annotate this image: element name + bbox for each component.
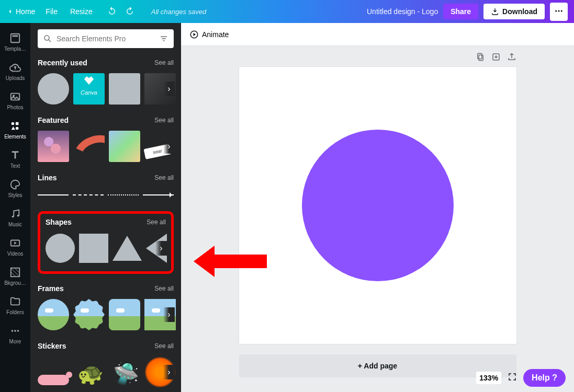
share-page-icon[interactable] xyxy=(507,52,516,62)
line-dotted[interactable] xyxy=(108,194,139,195)
ellipsis-icon xyxy=(554,6,564,16)
search-icon xyxy=(43,34,52,43)
section-title: Shapes xyxy=(46,218,72,226)
see-all-link[interactable]: See all xyxy=(147,218,166,226)
download-button[interactable]: Download xyxy=(483,4,545,19)
save-status: All changes saved xyxy=(151,8,207,16)
add-page-button[interactable]: + Add page xyxy=(239,354,516,377)
shape-square[interactable] xyxy=(79,234,108,263)
line-dashed[interactable] xyxy=(73,194,104,195)
zoom-level[interactable]: 133% xyxy=(476,372,501,384)
nav-templates[interactable]: Templa… xyxy=(0,27,30,56)
copy-page-icon[interactable] xyxy=(476,52,485,62)
background-icon xyxy=(9,267,21,278)
ellipsis-icon xyxy=(9,325,21,337)
design-page[interactable] xyxy=(239,67,516,344)
svg-point-0 xyxy=(555,10,557,11)
shape-circle[interactable] xyxy=(46,234,75,263)
canvas-toolbar: Animate xyxy=(181,23,574,46)
section-title: Recently used xyxy=(38,59,87,67)
see-all-link[interactable]: See all xyxy=(154,117,174,124)
duplicate-page-icon[interactable] xyxy=(491,52,501,62)
sticker-thumb[interactable] xyxy=(73,356,105,388)
nav-background[interactable]: Bkgrou… xyxy=(0,261,30,291)
fullscreen-icon xyxy=(508,372,517,382)
svg-point-16 xyxy=(17,330,19,332)
top-bar: Home File Resize All changes saved Untit… xyxy=(0,0,574,23)
nav-videos[interactable]: Videos xyxy=(0,232,30,261)
frame-thumb[interactable] xyxy=(73,299,105,330)
elements-panel: Recently usedSee all Canva › FeaturedSee… xyxy=(30,23,181,392)
photo-icon xyxy=(9,91,21,102)
element-thumb[interactable] xyxy=(73,131,105,162)
element-thumb[interactable]: Canva xyxy=(73,73,105,105)
element-thumb[interactable] xyxy=(38,73,69,105)
music-icon xyxy=(9,208,21,220)
document-title[interactable]: Untitled design - Logo xyxy=(367,7,438,16)
line-arrow[interactable] xyxy=(143,194,174,195)
sticker-thumb[interactable] xyxy=(109,356,140,388)
nav-rail: Templa… Uploads Photos Elements Text Sty… xyxy=(0,23,30,392)
home-button[interactable]: Home xyxy=(6,7,35,16)
element-thumb[interactable] xyxy=(109,73,140,105)
circle-element[interactable] xyxy=(302,130,454,281)
animate-button[interactable]: Animate xyxy=(189,30,229,39)
nav-music[interactable]: Music xyxy=(0,203,30,232)
scroll-right-button[interactable]: › xyxy=(163,82,175,96)
element-thumb[interactable] xyxy=(38,131,69,162)
nav-uploads[interactable]: Uploads xyxy=(0,56,30,86)
svg-rect-3 xyxy=(11,33,20,42)
frame-thumb[interactable] xyxy=(109,299,140,330)
help-button[interactable]: Help ? xyxy=(523,369,566,387)
nav-elements[interactable]: Elements xyxy=(0,115,30,144)
home-label: Home xyxy=(16,7,35,16)
see-all-link[interactable]: See all xyxy=(154,342,174,350)
nav-styles[interactable]: Styles xyxy=(0,174,30,203)
section-title: Featured xyxy=(38,116,69,124)
fullscreen-button[interactable] xyxy=(508,372,517,384)
folder-icon xyxy=(9,296,21,307)
cloud-upload-icon xyxy=(9,62,21,73)
templates-icon xyxy=(9,32,21,44)
resize-menu[interactable]: Resize xyxy=(70,7,93,16)
filter-icon[interactable] xyxy=(159,34,168,43)
shape-triangle[interactable] xyxy=(112,236,142,261)
svg-point-10 xyxy=(12,215,14,217)
file-menu[interactable]: File xyxy=(46,7,58,16)
svg-rect-9 xyxy=(16,126,18,130)
nav-folders[interactable]: Folders xyxy=(0,291,30,320)
search-input[interactable] xyxy=(57,34,155,43)
search-bar[interactable] xyxy=(38,29,174,48)
undo-button[interactable] xyxy=(107,6,117,17)
more-menu-button[interactable] xyxy=(550,3,568,21)
scroll-right-button[interactable]: › xyxy=(163,139,175,154)
see-all-link[interactable]: See all xyxy=(154,174,174,181)
svg-rect-19 xyxy=(477,53,481,59)
svg-rect-20 xyxy=(479,55,483,61)
scroll-right-button[interactable]: › xyxy=(163,307,175,322)
element-thumb[interactable] xyxy=(109,131,140,162)
svg-point-17 xyxy=(44,36,49,40)
share-button[interactable]: Share xyxy=(443,4,478,19)
see-all-link[interactable]: See all xyxy=(154,285,174,292)
canvas-area: Animate + Add page 133% Help ? xyxy=(181,23,574,392)
line-solid[interactable] xyxy=(38,194,69,195)
canvas-viewport[interactable]: + Add page xyxy=(181,46,574,392)
arrow-left-icon xyxy=(194,243,267,280)
svg-point-1 xyxy=(558,10,560,11)
shapes-section: ShapesSee all › xyxy=(38,211,174,274)
redo-button[interactable] xyxy=(125,6,134,17)
nav-more[interactable]: More xyxy=(0,320,30,349)
see-all-link[interactable]: See all xyxy=(154,59,174,66)
video-icon xyxy=(9,237,21,249)
recently-used-section: Recently usedSee all Canva › xyxy=(38,59,174,106)
section-title: Stickers xyxy=(38,342,66,350)
undo-icon xyxy=(107,6,117,16)
nav-text[interactable]: Text xyxy=(0,144,30,174)
svg-rect-8 xyxy=(16,122,18,125)
sticker-thumb[interactable] xyxy=(38,375,69,385)
frame-thumb[interactable] xyxy=(38,299,69,330)
nav-photos[interactable]: Photos xyxy=(0,86,30,115)
scroll-right-button[interactable]: › xyxy=(163,365,175,379)
scroll-right-button[interactable]: › xyxy=(155,241,167,256)
